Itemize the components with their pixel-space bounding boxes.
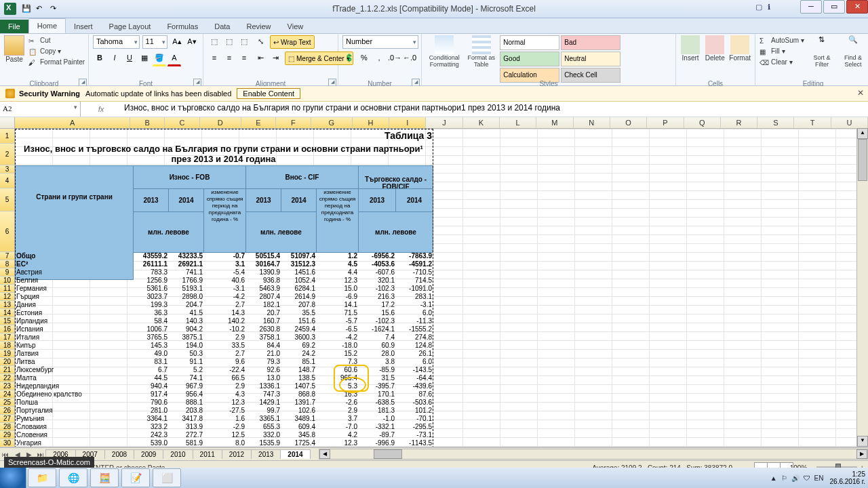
fx-icon[interactable]: fx [98,105,104,113]
fill-color-button[interactable]: 🪣 [153,52,166,66]
row-header[interactable]: 8 [0,260,15,268]
accounting-icon[interactable]: 💲 [342,52,356,65]
row-header[interactable]: 20 [0,358,15,366]
orientation-icon[interactable]: ⤡ [254,35,267,49]
align-middle-icon[interactable]: ⬚ [222,35,236,49]
row-header[interactable]: 5 [0,188,15,211]
column-header[interactable]: B [130,117,165,128]
dec-decimal-icon[interactable]: ←.0 [402,52,416,65]
style-neutral[interactable]: Neutral [561,52,620,66]
row-header[interactable]: 10 [0,277,15,285]
column-header[interactable]: Q [684,117,721,128]
clear-button[interactable]: ⌫Clear ▾ [760,57,804,68]
column-header[interactable]: D [200,117,241,128]
border-button[interactable]: ▦ [138,52,151,65]
row-header[interactable]: 27 [0,415,15,423]
sheet-area[interactable]: Таблица 3Износ, внос и търговско салдо н… [15,129,868,447]
maximize-button[interactable]: ▭ [823,0,845,14]
column-header[interactable]: E [241,117,276,128]
format-as-table-button[interactable]: Format as Table [467,35,496,75]
row-header[interactable]: 29 [0,431,15,439]
select-all-corner[interactable] [0,117,15,128]
help-buttons[interactable]: ▢ℹ [753,3,773,12]
tab-page-layout[interactable]: Page Layout [101,20,159,33]
column-header[interactable]: N [574,117,610,128]
horizontal-scrollbar[interactable]: ◀ ▶ [319,449,868,460]
save-icon[interactable]: 💾 [22,4,31,14]
row-header[interactable]: 14 [0,309,15,317]
font-name-combo[interactable]: Tahoma [93,35,140,49]
taskbar-app[interactable]: 📝 [121,468,150,487]
wrap-text-button[interactable]: ↩Wrap Text [270,35,315,49]
row-header[interactable]: 21 [0,366,15,374]
windows-taskbar[interactable]: 📁 🌐 🧮 📝 ⬜ ▲⚐🔊🛡 EN 1:2526.6.2016 г. [0,468,868,488]
dec-indent-icon[interactable]: ⇤ [254,52,267,65]
scroll-right-arrow[interactable]: ▶ [856,449,867,459]
tab-formulas[interactable]: Formulas [159,20,206,33]
tab-data[interactable]: Data [206,20,238,33]
column-header[interactable]: J [426,117,462,128]
number-format-combo[interactable]: Number [342,35,418,49]
undo-icon[interactable]: ↶ [36,4,45,14]
hscroll-thumb[interactable] [374,449,402,459]
sheet-tab[interactable]: 2010 [163,449,193,459]
sheet-tab[interactable]: 2014 [280,449,310,459]
insert-cells-button[interactable]: Insert [680,35,701,75]
close-button[interactable]: ✕ [846,0,868,14]
row-header[interactable]: 23 [0,382,15,390]
start-button[interactable] [0,468,26,488]
row-header[interactable]: 28 [0,423,15,431]
column-header[interactable]: T [794,117,831,128]
column-header[interactable]: G [311,117,353,128]
row-header[interactable]: 9 [0,268,15,277]
sheet-tab[interactable]: 2012 [222,449,252,459]
italic-button[interactable]: I [108,52,121,65]
delete-cells-button[interactable]: Delete [705,35,725,75]
row-header[interactable]: 17 [0,333,15,342]
column-header[interactable]: U [831,117,868,128]
column-header[interactable]: L [500,117,536,128]
underline-button[interactable]: U [123,52,136,65]
align-right-icon[interactable]: ≡ [237,52,251,65]
clock[interactable]: 1:2526.6.2016 г. [830,470,865,485]
comma-icon[interactable]: , [372,52,386,65]
row-header[interactable]: 22 [0,374,15,382]
bold-button[interactable]: B [93,52,106,65]
inc-decimal-icon[interactable]: .0→ [387,52,401,65]
column-header[interactable]: M [536,117,573,128]
column-header[interactable]: P [647,117,684,128]
tab-view[interactable]: View [279,20,312,33]
font-color-button[interactable]: A [167,52,181,66]
tab-insert[interactable]: Insert [66,20,101,33]
column-headers[interactable]: ABCDEFGHIJKLMNOPQRSTU [0,117,868,129]
sheet-tab[interactable]: 2008 [104,449,134,459]
row-header[interactable]: 3 [0,165,15,174]
column-header[interactable]: H [353,117,389,128]
row-header[interactable]: 16 [0,325,15,333]
column-header[interactable]: K [463,117,500,128]
quick-access-toolbar[interactable]: 💾 ↶ ↷ [20,4,61,14]
row-header[interactable]: 7 [0,252,15,260]
align-left-icon[interactable]: ≡ [208,52,221,65]
column-header[interactable]: I [389,117,426,128]
row-headers[interactable]: 1234567891011121314151617181920212223242… [0,129,15,447]
column-header[interactable]: R [721,117,757,128]
formula-input[interactable]: Износ, внос и търговско салдо на Българи… [121,102,868,117]
row-header[interactable]: 13 [0,301,15,309]
minimize-button[interactable]: ─ [800,0,822,14]
scroll-left-arrow[interactable]: ◀ [319,449,330,459]
align-bottom-icon[interactable]: ⬚ [237,35,251,49]
find-select-button[interactable]: 🔍Find & Select [840,35,867,75]
sheet-tab[interactable]: 2013 [251,449,281,459]
taskbar-app[interactable]: ⬜ [153,468,181,487]
enable-content-button[interactable]: Enable Content [237,88,300,99]
style-good[interactable]: Good [500,52,559,66]
worksheet-grid[interactable]: ABCDEFGHIJKLMNOPQRSTU 123456789101112131… [0,117,868,447]
formula-buttons[interactable]: fx [81,102,121,117]
taskbar-app[interactable]: 🌐 [59,468,87,487]
column-header[interactable]: C [165,117,199,128]
sheet-tab[interactable]: 2011 [193,449,222,459]
close-warning-button[interactable]: ✕ [857,88,864,98]
format-painter-button[interactable]: 🖌Format Painter [28,57,85,68]
tab-home[interactable]: Home [28,18,66,33]
